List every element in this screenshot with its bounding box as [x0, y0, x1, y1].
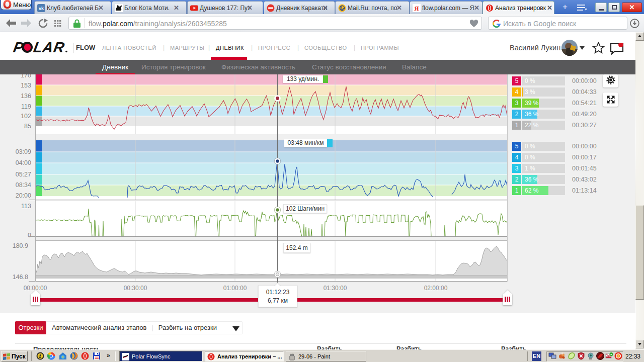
svg-text:vk: vk — [39, 6, 44, 11]
svg-text:Я: Я — [414, 5, 419, 12]
svg-text:R: R — [52, 41, 66, 54]
